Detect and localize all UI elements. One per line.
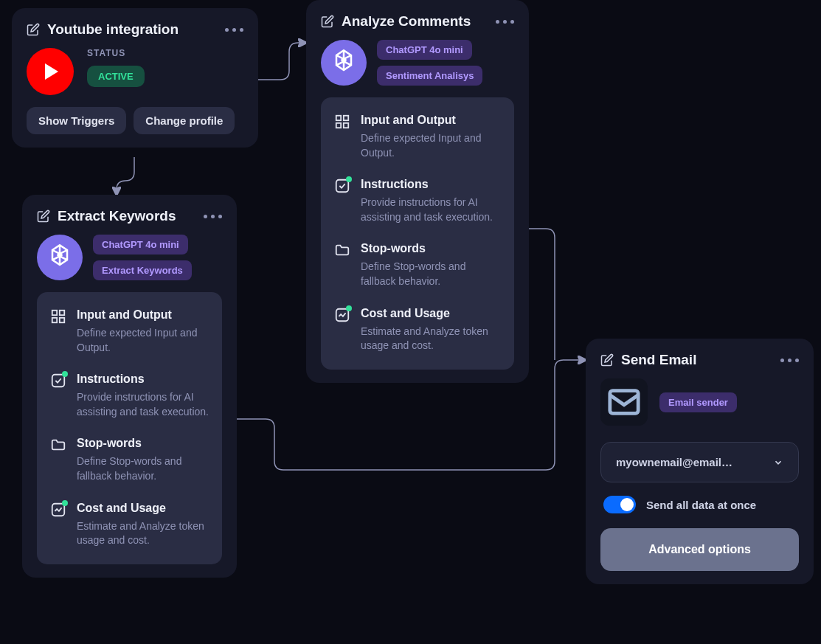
send-all-toggle[interactable] [603, 496, 636, 513]
config-item-title: Stop-words [77, 437, 209, 450]
email-select-value: myownemail@email… [616, 456, 732, 468]
card-title: Extract Keywords [58, 208, 176, 224]
config-item[interactable]: Cost and UsageEstimate and Analyze token… [50, 502, 209, 548]
more-icon[interactable] [496, 20, 514, 24]
svg-rect-12 [610, 391, 638, 414]
email-sender-tag: Email sender [659, 392, 737, 412]
edit-icon[interactable] [600, 353, 614, 367]
svg-rect-4 [52, 375, 65, 387]
card-title: Analyze Comments [342, 13, 471, 30]
svg-rect-10 [336, 180, 349, 193]
svg-rect-3 [60, 318, 64, 322]
advanced-options-button[interactable]: Advanced options [600, 528, 799, 571]
youtube-logo-icon [27, 48, 74, 95]
edit-icon[interactable] [37, 210, 50, 223]
edit-icon[interactable] [321, 15, 334, 28]
config-item-title: Cost and Usage [77, 502, 209, 515]
chart-icon [334, 307, 350, 323]
more-icon[interactable] [204, 215, 222, 218]
config-item[interactable]: InstructionsProvide instructions for AI … [334, 178, 501, 224]
svg-rect-2 [52, 318, 57, 322]
extract-keywords-card: Extract Keywords ChatGPT 4o mini Extract… [22, 195, 237, 578]
config-item-title: Cost and Usage [361, 307, 501, 320]
toggle-label: Send all data at once [646, 499, 756, 511]
send-email-card: Send Email Email sender myownemail@email… [586, 339, 814, 584]
model-tag: ChatGPT 4o mini [93, 235, 188, 255]
config-item-desc: Define expected Input and Output. [77, 326, 209, 355]
config-item-title: Instructions [77, 373, 209, 386]
config-item[interactable]: Stop-wordsDefine Stop-words and fallback… [50, 437, 209, 483]
more-icon[interactable] [225, 28, 243, 32]
more-icon[interactable] [780, 359, 799, 362]
card-title: Send Email [621, 352, 696, 368]
svg-rect-1 [60, 311, 64, 315]
svg-rect-7 [344, 116, 348, 120]
config-item-desc: Define Stop-words and fallback behavior. [77, 454, 209, 483]
check-square-icon [334, 178, 350, 194]
model-tag: ChatGPT 4o mini [377, 40, 472, 60]
change-profile-button[interactable]: Change profile [134, 107, 235, 134]
config-item[interactable]: Stop-wordsDefine Stop-words and fallback… [334, 242, 501, 288]
config-item-title: Input and Output [361, 114, 501, 127]
chart-icon [50, 502, 66, 518]
show-triggers-button[interactable]: Show Triggers [27, 107, 126, 134]
edit-icon[interactable] [27, 23, 40, 36]
grid-icon [50, 308, 66, 325]
config-item-desc: Estimate and Analyze token usage and cos… [361, 325, 501, 353]
action-tag: Extract Keywords [93, 260, 192, 280]
youtube-integration-card: Youtube integration STATUS ACTIVE Show T… [12, 8, 258, 148]
email-select[interactable]: myownemail@email… [600, 442, 799, 482]
status-label: STATUS [87, 48, 145, 58]
config-item-title: Input and Output [77, 308, 209, 322]
config-item[interactable]: Input and OutputDefine expected Input an… [50, 308, 209, 355]
chevron-down-icon [773, 457, 783, 468]
svg-rect-9 [344, 123, 348, 128]
config-item-desc: Define Stop-words and fallback behavior. [361, 260, 501, 288]
svg-rect-0 [52, 311, 57, 315]
grid-icon [334, 114, 350, 130]
openai-logo-icon [321, 40, 367, 86]
svg-rect-6 [336, 116, 341, 120]
status-badge: ACTIVE [87, 66, 145, 87]
config-panel-analyze: Input and OutputDefine expected Input an… [321, 97, 514, 370]
config-item-title: Instructions [361, 178, 501, 191]
config-item-desc: Provide instructions for AI assisting an… [77, 390, 209, 419]
action-tag: Sentiment Analisys [377, 66, 482, 86]
config-item-desc: Define expected Input and Output. [361, 131, 501, 160]
config-item[interactable]: Input and OutputDefine expected Input an… [334, 114, 501, 160]
card-title: Youtube integration [47, 21, 179, 38]
config-item[interactable]: InstructionsProvide instructions for AI … [50, 373, 209, 419]
config-item-title: Stop-words [361, 242, 501, 255]
email-icon [600, 378, 648, 426]
folder-icon [50, 437, 66, 453]
check-square-icon [50, 373, 66, 389]
config-item-desc: Estimate and Analyze token usage and cos… [77, 519, 209, 548]
config-item-desc: Provide instructions for AI assisting an… [361, 195, 501, 224]
openai-logo-icon [37, 235, 83, 280]
analyze-comments-card: Analyze Comments ChatGPT 4o mini Sentime… [306, 0, 529, 383]
folder-icon [334, 242, 350, 258]
config-panel-extract: Input and OutputDefine expected Input an… [37, 292, 222, 564]
svg-rect-8 [336, 123, 341, 128]
config-item[interactable]: Cost and UsageEstimate and Analyze token… [334, 307, 501, 353]
